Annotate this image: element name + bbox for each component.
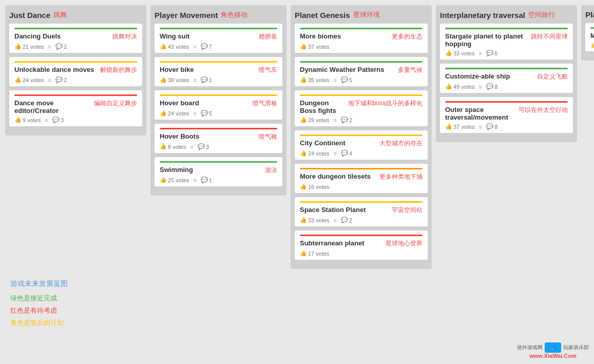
column-title-en: Planet Genesis: [295, 11, 350, 20]
list-icon: ≡: [479, 84, 482, 90]
card-title-row: Hover board喷气滑板: [160, 99, 277, 108]
card-title-en: Space Station Planet: [300, 206, 389, 214]
card[interactable]: Dungeon Boss fights地下城和boss战斗的多样化👍 29 vo…: [295, 90, 428, 126]
card[interactable]: Dynamic Weather Patterns多重气候👍 35 votes≡💬…: [295, 57, 428, 86]
card-meta: 👍 37 votes: [300, 43, 423, 50]
card[interactable]: Wing suit翅膀装👍 43 votes≡💬 7: [155, 24, 282, 53]
card-title-zh: 跳转不同星球: [531, 32, 568, 41]
watermark-icon: 🐟: [545, 342, 561, 353]
card-comments: 💬 2: [341, 117, 352, 123]
card-list-icon: ≡: [194, 177, 197, 183]
column-player-last: PlayerMore👍 29: [581, 5, 594, 61]
card[interactable]: Customize-able ship自定义飞船👍 49 votes≡💬 8: [440, 64, 573, 93]
card-title-row: Dungeon Boss fights地下城和boss战斗的多样化: [300, 99, 423, 114]
card-title-row: Swimming游泳: [160, 166, 277, 175]
card-list-icon: ≡: [190, 144, 193, 150]
list-icon: ≡: [479, 50, 482, 56]
card-title-zh: 喷气车: [259, 66, 277, 74]
card-title-row: More: [590, 32, 594, 40]
card[interactable]: Outer space traversal/movement可以在外太空行动👍 …: [440, 97, 573, 133]
list-icon: ≡: [334, 117, 337, 123]
card-votes: 👍 9 votes: [14, 117, 41, 123]
card[interactable]: Hover Boots喷气靴👍 8 votes≡💬 3: [155, 124, 282, 153]
card-bar: [300, 94, 423, 96]
card-meta: 👍 37 votes≡💬 8: [445, 123, 568, 130]
comment-icon: 💬: [201, 177, 208, 183]
card-meta: 👍 43 votes≡💬 7: [160, 43, 277, 50]
card-title-zh: 喷气靴: [259, 132, 277, 141]
card-title-en: Hover board: [160, 99, 250, 107]
comment-icon: 💬: [341, 150, 348, 157]
card-bar: [300, 201, 423, 203]
card-title-zh: 跳舞对决: [112, 32, 137, 41]
card[interactable]: Hover board喷气滑板👍 24 votes≡💬 5: [155, 90, 282, 120]
card[interactable]: More👍 29: [585, 23, 594, 51]
card-comments: 💬 8: [486, 123, 497, 130]
card-comments: 💬 2: [55, 43, 67, 50]
site-label: 使外游戏网: [517, 344, 543, 351]
card-bar: [14, 28, 137, 29]
card[interactable]: Swimming游泳👍 25 votes≡💬 1: [155, 157, 282, 186]
card-comments: 💬 7: [201, 43, 212, 50]
card-comments: 💬 5: [341, 76, 352, 83]
thumb-icon: 👍: [300, 150, 307, 157]
card-title-en: Dancing Duels: [14, 32, 109, 40]
thumb-icon: 👍: [445, 50, 452, 56]
card-meta: 👍 9 votes≡💬 3: [14, 117, 137, 123]
card[interactable]: Unlockable dance moves解锁新的舞步👍 24 votes≡💬…: [9, 57, 142, 86]
card-votes: 👍 21 votes: [14, 43, 44, 50]
list-icon: ≡: [194, 44, 197, 50]
thumb-icon: 👍: [300, 217, 307, 223]
card-votes: 👍 16 votes: [300, 183, 330, 190]
card-meta: 👍 24 votes≡💬 4: [300, 150, 423, 157]
card-title-row: Wing suit翅膀装: [160, 32, 277, 41]
card-votes: 👍 24 votes: [160, 110, 189, 117]
card-list-icon: ≡: [48, 77, 51, 83]
card-votes: 👍 8 votes: [160, 143, 186, 150]
card-comments: 💬 1: [201, 76, 212, 83]
card-title-en: More: [590, 32, 594, 40]
card-title-row: Hover Boots喷气靴: [160, 132, 277, 141]
legend-red: 红色是有待考虑: [10, 306, 68, 315]
card[interactable]: More dungeon tilesets更多种类地下城👍 16 votes: [295, 164, 428, 193]
card-votes: 👍 29: [590, 42, 594, 48]
card-list-icon: ≡: [194, 77, 197, 83]
card-title-zh: 地下城和boss战斗的多样化: [348, 99, 423, 108]
card-title-row: Stargate planet to planet hopping跳转不同星球: [445, 32, 568, 48]
column-header-planet-genesis: Planet Genesis星球环境: [295, 10, 428, 20]
card[interactable]: City Continent大型城市的存在👍 24 votes≡💬 4: [295, 130, 428, 160]
card[interactable]: Hover bike喷气车👍 30 votes≡💬 1: [155, 57, 282, 86]
bottom-section: 游戏未来发展蓝图 绿色是接近完成 红色是有待考虑 黄色是靠后的计划: [5, 279, 589, 328]
thumb-icon: 👍: [160, 177, 167, 183]
card-votes: 👍 33 votes: [445, 50, 475, 56]
comment-icon: 💬: [198, 143, 205, 150]
thumb-icon: 👍: [14, 117, 22, 123]
card[interactable]: Dancing Duels跳舞对决👍 21 votes≡💬 2: [9, 24, 142, 53]
legend-yellow: 黄色是靠后的计划: [10, 318, 68, 328]
thumb-icon: 👍: [14, 76, 22, 83]
card-title-zh: 游泳: [265, 166, 277, 175]
card-meta: 👍 49 votes≡💬 8: [445, 83, 568, 90]
card-comments: 💬 1: [201, 177, 212, 183]
column-title-zh: 星球环境: [353, 10, 380, 20]
column-planet-genesis: Planet Genesis星球环境More biomes更多的生态👍 37 v…: [291, 5, 432, 269]
thumb-icon: 👍: [14, 43, 22, 50]
card-bar: [300, 135, 423, 136]
comment-icon: 💬: [55, 76, 63, 83]
card[interactable]: Stargate planet to planet hopping跳转不同星球👍…: [440, 24, 573, 60]
thumb-icon: 👍: [445, 83, 452, 90]
card[interactable]: Dance move editor/Creator编辑自定义舞步👍 9 vote…: [9, 90, 142, 126]
card-meta: 👍 16 votes: [300, 183, 423, 190]
card-meta: 👍 25 votes≡💬 1: [160, 177, 277, 183]
card-meta: 👍 21 votes≡💬 2: [14, 43, 137, 50]
card[interactable]: Space Station Planet宇宙空间站👍 33 votes≡💬 2: [295, 197, 428, 226]
card-votes: 👍 33 votes: [300, 217, 330, 223]
card-votes: 👍 43 votes: [160, 43, 189, 50]
list-icon: ≡: [190, 144, 193, 150]
card-title-row: Customize-able ship自定义飞船: [445, 72, 568, 81]
card-title-zh: 多重气候: [398, 66, 423, 74]
card-bar: [445, 28, 568, 29]
comment-icon: 💬: [55, 43, 63, 50]
card[interactable]: More biomes更多的生态👍 37 votes: [295, 24, 428, 53]
card[interactable]: Subterranean planet星球地心世界👍 17 votes: [295, 231, 428, 260]
